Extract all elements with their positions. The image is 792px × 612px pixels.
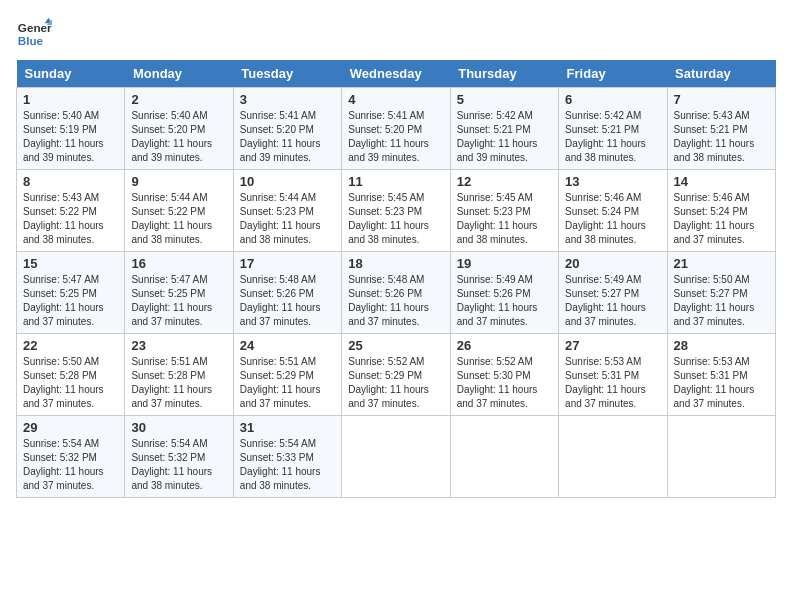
day-cell: 10Sunrise: 5:44 AM Sunset: 5:23 PM Dayli…: [233, 170, 341, 252]
day-number: 26: [457, 338, 552, 353]
header-cell-monday: Monday: [125, 60, 233, 88]
day-number: 5: [457, 92, 552, 107]
day-cell: 25Sunrise: 5:52 AM Sunset: 5:29 PM Dayli…: [342, 334, 450, 416]
day-cell: 7Sunrise: 5:43 AM Sunset: 5:21 PM Daylig…: [667, 88, 775, 170]
day-info: Sunrise: 5:42 AM Sunset: 5:21 PM Dayligh…: [565, 109, 660, 165]
day-cell: 12Sunrise: 5:45 AM Sunset: 5:23 PM Dayli…: [450, 170, 558, 252]
day-info: Sunrise: 5:40 AM Sunset: 5:19 PM Dayligh…: [23, 109, 118, 165]
day-info: Sunrise: 5:49 AM Sunset: 5:27 PM Dayligh…: [565, 273, 660, 329]
day-info: Sunrise: 5:47 AM Sunset: 5:25 PM Dayligh…: [23, 273, 118, 329]
day-cell: [559, 416, 667, 498]
day-number: 14: [674, 174, 769, 189]
day-cell: 9Sunrise: 5:44 AM Sunset: 5:22 PM Daylig…: [125, 170, 233, 252]
day-cell: 23Sunrise: 5:51 AM Sunset: 5:28 PM Dayli…: [125, 334, 233, 416]
week-row-4: 22Sunrise: 5:50 AM Sunset: 5:28 PM Dayli…: [17, 334, 776, 416]
svg-text:Blue: Blue: [18, 34, 44, 47]
header-row: SundayMondayTuesdayWednesdayThursdayFrid…: [17, 60, 776, 88]
day-number: 16: [131, 256, 226, 271]
day-cell: 28Sunrise: 5:53 AM Sunset: 5:31 PM Dayli…: [667, 334, 775, 416]
day-number: 12: [457, 174, 552, 189]
day-cell: 8Sunrise: 5:43 AM Sunset: 5:22 PM Daylig…: [17, 170, 125, 252]
day-number: 29: [23, 420, 118, 435]
day-number: 1: [23, 92, 118, 107]
day-number: 2: [131, 92, 226, 107]
day-number: 21: [674, 256, 769, 271]
day-info: Sunrise: 5:51 AM Sunset: 5:29 PM Dayligh…: [240, 355, 335, 411]
day-cell: [450, 416, 558, 498]
day-number: 28: [674, 338, 769, 353]
day-info: Sunrise: 5:48 AM Sunset: 5:26 PM Dayligh…: [348, 273, 443, 329]
day-number: 4: [348, 92, 443, 107]
day-info: Sunrise: 5:42 AM Sunset: 5:21 PM Dayligh…: [457, 109, 552, 165]
week-row-5: 29Sunrise: 5:54 AM Sunset: 5:32 PM Dayli…: [17, 416, 776, 498]
day-number: 18: [348, 256, 443, 271]
day-info: Sunrise: 5:54 AM Sunset: 5:33 PM Dayligh…: [240, 437, 335, 493]
day-cell: 16Sunrise: 5:47 AM Sunset: 5:25 PM Dayli…: [125, 252, 233, 334]
day-cell: 4Sunrise: 5:41 AM Sunset: 5:20 PM Daylig…: [342, 88, 450, 170]
day-number: 24: [240, 338, 335, 353]
header: General Blue: [16, 16, 776, 52]
day-info: Sunrise: 5:41 AM Sunset: 5:20 PM Dayligh…: [348, 109, 443, 165]
calendar-table: SundayMondayTuesdayWednesdayThursdayFrid…: [16, 60, 776, 498]
day-info: Sunrise: 5:48 AM Sunset: 5:26 PM Dayligh…: [240, 273, 335, 329]
day-info: Sunrise: 5:44 AM Sunset: 5:22 PM Dayligh…: [131, 191, 226, 247]
day-number: 31: [240, 420, 335, 435]
day-cell: 1Sunrise: 5:40 AM Sunset: 5:19 PM Daylig…: [17, 88, 125, 170]
day-info: Sunrise: 5:50 AM Sunset: 5:28 PM Dayligh…: [23, 355, 118, 411]
week-row-2: 8Sunrise: 5:43 AM Sunset: 5:22 PM Daylig…: [17, 170, 776, 252]
day-number: 6: [565, 92, 660, 107]
day-cell: 15Sunrise: 5:47 AM Sunset: 5:25 PM Dayli…: [17, 252, 125, 334]
day-cell: 20Sunrise: 5:49 AM Sunset: 5:27 PM Dayli…: [559, 252, 667, 334]
day-info: Sunrise: 5:54 AM Sunset: 5:32 PM Dayligh…: [131, 437, 226, 493]
day-cell: 18Sunrise: 5:48 AM Sunset: 5:26 PM Dayli…: [342, 252, 450, 334]
header-cell-friday: Friday: [559, 60, 667, 88]
day-info: Sunrise: 5:52 AM Sunset: 5:30 PM Dayligh…: [457, 355, 552, 411]
day-number: 11: [348, 174, 443, 189]
day-info: Sunrise: 5:51 AM Sunset: 5:28 PM Dayligh…: [131, 355, 226, 411]
day-cell: 26Sunrise: 5:52 AM Sunset: 5:30 PM Dayli…: [450, 334, 558, 416]
day-info: Sunrise: 5:53 AM Sunset: 5:31 PM Dayligh…: [674, 355, 769, 411]
day-info: Sunrise: 5:50 AM Sunset: 5:27 PM Dayligh…: [674, 273, 769, 329]
day-info: Sunrise: 5:46 AM Sunset: 5:24 PM Dayligh…: [565, 191, 660, 247]
day-info: Sunrise: 5:47 AM Sunset: 5:25 PM Dayligh…: [131, 273, 226, 329]
day-cell: 29Sunrise: 5:54 AM Sunset: 5:32 PM Dayli…: [17, 416, 125, 498]
day-info: Sunrise: 5:43 AM Sunset: 5:21 PM Dayligh…: [674, 109, 769, 165]
header-cell-saturday: Saturday: [667, 60, 775, 88]
day-cell: 13Sunrise: 5:46 AM Sunset: 5:24 PM Dayli…: [559, 170, 667, 252]
day-info: Sunrise: 5:40 AM Sunset: 5:20 PM Dayligh…: [131, 109, 226, 165]
header-cell-wednesday: Wednesday: [342, 60, 450, 88]
day-cell: 14Sunrise: 5:46 AM Sunset: 5:24 PM Dayli…: [667, 170, 775, 252]
day-number: 17: [240, 256, 335, 271]
day-cell: 19Sunrise: 5:49 AM Sunset: 5:26 PM Dayli…: [450, 252, 558, 334]
day-number: 13: [565, 174, 660, 189]
week-row-1: 1Sunrise: 5:40 AM Sunset: 5:19 PM Daylig…: [17, 88, 776, 170]
day-number: 3: [240, 92, 335, 107]
day-info: Sunrise: 5:41 AM Sunset: 5:20 PM Dayligh…: [240, 109, 335, 165]
day-cell: 24Sunrise: 5:51 AM Sunset: 5:29 PM Dayli…: [233, 334, 341, 416]
day-info: Sunrise: 5:53 AM Sunset: 5:31 PM Dayligh…: [565, 355, 660, 411]
day-cell: [667, 416, 775, 498]
day-cell: 17Sunrise: 5:48 AM Sunset: 5:26 PM Dayli…: [233, 252, 341, 334]
header-cell-tuesday: Tuesday: [233, 60, 341, 88]
day-number: 20: [565, 256, 660, 271]
day-number: 15: [23, 256, 118, 271]
day-cell: [342, 416, 450, 498]
day-number: 25: [348, 338, 443, 353]
logo: General Blue: [16, 16, 52, 52]
day-info: Sunrise: 5:45 AM Sunset: 5:23 PM Dayligh…: [348, 191, 443, 247]
day-info: Sunrise: 5:43 AM Sunset: 5:22 PM Dayligh…: [23, 191, 118, 247]
header-cell-sunday: Sunday: [17, 60, 125, 88]
day-cell: 27Sunrise: 5:53 AM Sunset: 5:31 PM Dayli…: [559, 334, 667, 416]
day-cell: 22Sunrise: 5:50 AM Sunset: 5:28 PM Dayli…: [17, 334, 125, 416]
day-number: 9: [131, 174, 226, 189]
day-info: Sunrise: 5:45 AM Sunset: 5:23 PM Dayligh…: [457, 191, 552, 247]
day-cell: 21Sunrise: 5:50 AM Sunset: 5:27 PM Dayli…: [667, 252, 775, 334]
day-number: 27: [565, 338, 660, 353]
header-cell-thursday: Thursday: [450, 60, 558, 88]
day-number: 30: [131, 420, 226, 435]
day-number: 22: [23, 338, 118, 353]
day-cell: 6Sunrise: 5:42 AM Sunset: 5:21 PM Daylig…: [559, 88, 667, 170]
week-row-3: 15Sunrise: 5:47 AM Sunset: 5:25 PM Dayli…: [17, 252, 776, 334]
day-number: 23: [131, 338, 226, 353]
day-info: Sunrise: 5:49 AM Sunset: 5:26 PM Dayligh…: [457, 273, 552, 329]
